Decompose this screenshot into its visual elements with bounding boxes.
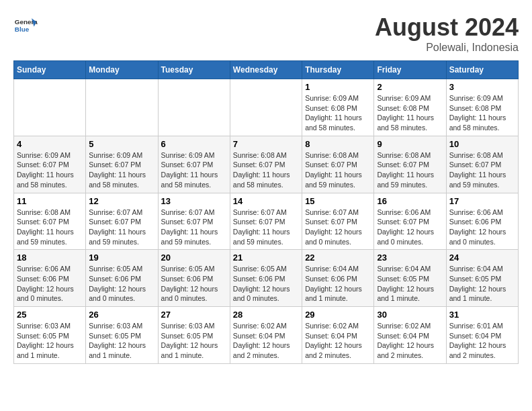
calendar-cell: 15Sunrise: 6:07 AM Sunset: 6:07 PM Dayli… bbox=[302, 193, 374, 250]
day-info: Sunrise: 6:04 AM Sunset: 6:05 PM Dayligh… bbox=[449, 264, 515, 304]
day-info: Sunrise: 6:04 AM Sunset: 6:06 PM Dayligh… bbox=[305, 264, 371, 304]
page-header: General Blue August 2024 Polewali, Indon… bbox=[13, 13, 519, 54]
calendar-cell bbox=[14, 79, 86, 136]
day-number: 31 bbox=[449, 310, 515, 320]
weekday-header-monday: Monday bbox=[86, 61, 158, 79]
day-number: 2 bbox=[377, 82, 443, 92]
calendar-cell: 16Sunrise: 6:06 AM Sunset: 6:07 PM Dayli… bbox=[374, 193, 446, 250]
weekday-header-tuesday: Tuesday bbox=[158, 61, 230, 79]
day-info: Sunrise: 6:09 AM Sunset: 6:07 PM Dayligh… bbox=[17, 150, 83, 190]
location: Polewali, Indonesia bbox=[375, 42, 519, 54]
day-info: Sunrise: 6:09 AM Sunset: 6:07 PM Dayligh… bbox=[161, 150, 227, 190]
week-row-1: 1Sunrise: 6:09 AM Sunset: 6:08 PM Daylig… bbox=[14, 79, 519, 136]
calendar-cell: 5Sunrise: 6:09 AM Sunset: 6:07 PM Daylig… bbox=[86, 136, 158, 193]
calendar-cell: 1Sunrise: 6:09 AM Sunset: 6:08 PM Daylig… bbox=[302, 79, 374, 136]
day-info: Sunrise: 6:05 AM Sunset: 6:06 PM Dayligh… bbox=[89, 264, 154, 304]
calendar-cell: 22Sunrise: 6:04 AM Sunset: 6:06 PM Dayli… bbox=[302, 250, 374, 307]
week-row-2: 4Sunrise: 6:09 AM Sunset: 6:07 PM Daylig… bbox=[14, 136, 519, 193]
month-title: August 2024 bbox=[375, 13, 519, 42]
day-info: Sunrise: 6:02 AM Sunset: 6:04 PM Dayligh… bbox=[377, 321, 443, 361]
calendar-cell: 10Sunrise: 6:08 AM Sunset: 6:07 PM Dayli… bbox=[446, 136, 518, 193]
day-info: Sunrise: 6:01 AM Sunset: 6:04 PM Dayligh… bbox=[449, 321, 515, 361]
calendar-cell: 6Sunrise: 6:09 AM Sunset: 6:07 PM Daylig… bbox=[158, 136, 230, 193]
calendar-cell: 31Sunrise: 6:01 AM Sunset: 6:04 PM Dayli… bbox=[446, 307, 518, 364]
day-number: 6 bbox=[161, 139, 227, 149]
week-row-3: 11Sunrise: 6:08 AM Sunset: 6:07 PM Dayli… bbox=[14, 193, 519, 250]
calendar-cell: 17Sunrise: 6:06 AM Sunset: 6:06 PM Dayli… bbox=[446, 193, 518, 250]
day-info: Sunrise: 6:07 AM Sunset: 6:07 PM Dayligh… bbox=[161, 208, 227, 247]
week-row-5: 25Sunrise: 6:03 AM Sunset: 6:05 PM Dayli… bbox=[14, 307, 519, 364]
calendar-table: SundayMondayTuesdayWednesdayThursdayFrid… bbox=[13, 60, 519, 364]
day-number: 29 bbox=[305, 310, 371, 320]
day-number: 20 bbox=[161, 253, 227, 263]
day-info: Sunrise: 6:05 AM Sunset: 6:06 PM Dayligh… bbox=[233, 264, 299, 304]
calendar-cell: 11Sunrise: 6:08 AM Sunset: 6:07 PM Dayli… bbox=[14, 193, 86, 250]
calendar-cell: 24Sunrise: 6:04 AM Sunset: 6:05 PM Dayli… bbox=[446, 250, 518, 307]
day-info: Sunrise: 6:06 AM Sunset: 6:06 PM Dayligh… bbox=[449, 208, 515, 247]
day-number: 17 bbox=[449, 196, 515, 206]
calendar-cell: 4Sunrise: 6:09 AM Sunset: 6:07 PM Daylig… bbox=[14, 136, 86, 193]
day-number: 21 bbox=[233, 253, 299, 263]
day-info: Sunrise: 6:03 AM Sunset: 6:05 PM Dayligh… bbox=[161, 321, 227, 361]
calendar-cell: 20Sunrise: 6:05 AM Sunset: 6:06 PM Dayli… bbox=[158, 250, 230, 307]
weekday-header-thursday: Thursday bbox=[302, 61, 374, 79]
day-info: Sunrise: 6:02 AM Sunset: 6:04 PM Dayligh… bbox=[233, 321, 299, 361]
calendar-cell: 27Sunrise: 6:03 AM Sunset: 6:05 PM Dayli… bbox=[158, 307, 230, 364]
calendar-cell: 18Sunrise: 6:06 AM Sunset: 6:06 PM Dayli… bbox=[14, 250, 86, 307]
day-number: 16 bbox=[377, 196, 443, 206]
calendar-cell: 26Sunrise: 6:03 AM Sunset: 6:05 PM Dayli… bbox=[86, 307, 158, 364]
day-number: 5 bbox=[89, 139, 154, 149]
day-info: Sunrise: 6:08 AM Sunset: 6:07 PM Dayligh… bbox=[449, 150, 515, 190]
day-number: 28 bbox=[233, 310, 299, 320]
svg-text:Blue: Blue bbox=[15, 26, 30, 33]
day-number: 15 bbox=[305, 196, 371, 206]
calendar-cell: 3Sunrise: 6:09 AM Sunset: 6:08 PM Daylig… bbox=[446, 79, 518, 136]
calendar-cell: 25Sunrise: 6:03 AM Sunset: 6:05 PM Dayli… bbox=[14, 307, 86, 364]
calendar-cell: 28Sunrise: 6:02 AM Sunset: 6:04 PM Dayli… bbox=[230, 307, 302, 364]
day-number: 9 bbox=[377, 139, 443, 149]
day-number: 26 bbox=[89, 310, 154, 320]
logo: General Blue bbox=[13, 13, 38, 38]
weekday-header-friday: Friday bbox=[374, 61, 446, 79]
weekday-header-row: SundayMondayTuesdayWednesdayThursdayFrid… bbox=[14, 61, 519, 79]
calendar-cell: 7Sunrise: 6:08 AM Sunset: 6:07 PM Daylig… bbox=[230, 136, 302, 193]
day-number: 1 bbox=[305, 82, 371, 92]
calendar-cell: 29Sunrise: 6:02 AM Sunset: 6:04 PM Dayli… bbox=[302, 307, 374, 364]
day-info: Sunrise: 6:07 AM Sunset: 6:07 PM Dayligh… bbox=[305, 208, 371, 247]
calendar-cell bbox=[86, 79, 158, 136]
day-number: 22 bbox=[305, 253, 371, 263]
day-number: 30 bbox=[377, 310, 443, 320]
calendar-cell: 19Sunrise: 6:05 AM Sunset: 6:06 PM Dayli… bbox=[86, 250, 158, 307]
day-number: 19 bbox=[89, 253, 154, 263]
calendar-cell: 23Sunrise: 6:04 AM Sunset: 6:05 PM Dayli… bbox=[374, 250, 446, 307]
day-number: 25 bbox=[17, 310, 83, 320]
weekday-header-saturday: Saturday bbox=[446, 61, 518, 79]
calendar-cell: 12Sunrise: 6:07 AM Sunset: 6:07 PM Dayli… bbox=[86, 193, 158, 250]
calendar-cell: 13Sunrise: 6:07 AM Sunset: 6:07 PM Dayli… bbox=[158, 193, 230, 250]
day-info: Sunrise: 6:06 AM Sunset: 6:06 PM Dayligh… bbox=[17, 264, 83, 304]
day-number: 27 bbox=[161, 310, 227, 320]
day-number: 8 bbox=[305, 139, 371, 149]
day-number: 7 bbox=[233, 139, 299, 149]
day-number: 12 bbox=[89, 196, 154, 206]
day-info: Sunrise: 6:02 AM Sunset: 6:04 PM Dayligh… bbox=[305, 321, 371, 361]
day-number: 11 bbox=[17, 196, 83, 206]
day-number: 10 bbox=[449, 139, 515, 149]
day-info: Sunrise: 6:03 AM Sunset: 6:05 PM Dayligh… bbox=[89, 321, 154, 361]
day-info: Sunrise: 6:09 AM Sunset: 6:08 PM Dayligh… bbox=[449, 93, 515, 133]
day-number: 18 bbox=[17, 253, 83, 263]
calendar-cell: 30Sunrise: 6:02 AM Sunset: 6:04 PM Dayli… bbox=[374, 307, 446, 364]
day-number: 4 bbox=[17, 139, 83, 149]
day-number: 14 bbox=[233, 196, 299, 206]
day-info: Sunrise: 6:08 AM Sunset: 6:07 PM Dayligh… bbox=[305, 150, 371, 190]
day-number: 23 bbox=[377, 253, 443, 263]
day-info: Sunrise: 6:08 AM Sunset: 6:07 PM Dayligh… bbox=[377, 150, 443, 190]
day-info: Sunrise: 6:08 AM Sunset: 6:07 PM Dayligh… bbox=[233, 150, 299, 190]
day-info: Sunrise: 6:09 AM Sunset: 6:08 PM Dayligh… bbox=[305, 93, 371, 133]
day-info: Sunrise: 6:09 AM Sunset: 6:08 PM Dayligh… bbox=[377, 93, 443, 133]
day-info: Sunrise: 6:07 AM Sunset: 6:07 PM Dayligh… bbox=[233, 208, 299, 247]
calendar-cell: 14Sunrise: 6:07 AM Sunset: 6:07 PM Dayli… bbox=[230, 193, 302, 250]
day-number: 13 bbox=[161, 196, 227, 206]
week-row-4: 18Sunrise: 6:06 AM Sunset: 6:06 PM Dayli… bbox=[14, 250, 519, 307]
day-info: Sunrise: 6:08 AM Sunset: 6:07 PM Dayligh… bbox=[17, 208, 83, 247]
